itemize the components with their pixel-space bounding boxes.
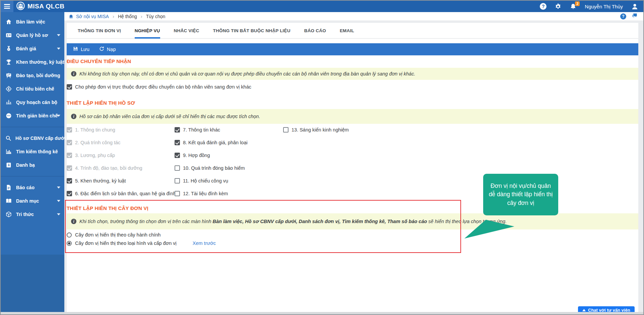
radio-icon[interactable] — [67, 232, 72, 238]
checkbox-label: Cho phép đơn vị trực thuộc được điều chu… — [75, 84, 251, 90]
search-icon — [5, 135, 12, 142]
profile-item-4: 4. Trình độ, đào tạo, bồi dưỡng — [67, 165, 142, 171]
profile-item-12[interactable]: 12. Tài liệu đính kèm — [175, 191, 228, 196]
topbar: MISA QLCB 2 Nguyễn Thị Thủy — [1, 1, 643, 12]
sidebar-item-label: Quản lý hồ sơ — [16, 33, 48, 38]
sidebar-item-home[interactable]: Bàn làm việc — [1, 15, 64, 29]
checkbox-icon[interactable] — [67, 191, 72, 196]
help-circle-icon[interactable] — [620, 13, 626, 19]
checkbox-label: 3. Lương, phụ cấp — [75, 153, 115, 158]
tab-4[interactable]: BÁO CÁO — [304, 23, 326, 39]
sidebar-item-label: Đánh giá — [16, 46, 36, 51]
cube-icon — [5, 211, 12, 218]
transfer-option[interactable]: Cho phép đơn vị trực thuộc được điều chu… — [67, 84, 251, 90]
bar-chart-icon — [5, 148, 12, 155]
breadcrumb: Sở nội vụ MISA ›Hệ thống›Tùy chọn — [64, 12, 643, 20]
checkbox-icon[interactable] — [175, 140, 180, 145]
checkbox-label: 1. Thông tin chung — [75, 127, 115, 133]
sidebar-item-book[interactable]: Danh mục — [1, 194, 64, 208]
easel-icon — [5, 72, 12, 79]
feedback-chat-icon[interactable] — [631, 12, 638, 20]
profile-item-10[interactable]: 10. Quá trình đóng bảo hiểm — [175, 165, 245, 171]
breadcrumb-item[interactable]: Tùy chọn — [146, 14, 166, 19]
tab-2[interactable]: NHẮC VIỆC — [174, 23, 199, 39]
profile-item-11[interactable]: 11. Hộ chiếu công vụ — [175, 178, 228, 183]
sidebar-item-ellipsis[interactable]: Tinh giản biên chế — [1, 109, 64, 122]
misa-logo-icon — [16, 1, 25, 12]
checkbox-label: 12. Tài liệu đính kèm — [183, 191, 228, 196]
checkbox-label: 11. Hộ chiếu công vụ — [183, 178, 228, 183]
section-title-tree-display: THIẾT LẬP HIỂN THỊ CÂY ĐƠN VỊ — [67, 205, 148, 211]
sidebar-item-label: Tinh giản biên chế — [16, 113, 58, 118]
checkbox-icon[interactable] — [175, 153, 180, 158]
tab-0[interactable]: THÔNG TIN ĐƠN VỊ — [78, 23, 121, 39]
save-button[interactable]: Lưu — [73, 46, 89, 53]
people-icon — [5, 99, 12, 106]
sidebar-item-id-card[interactable]: Quản lý hồ sơ — [1, 29, 64, 42]
tree-option-1[interactable]: Cây đơn vị hiển thị theo cây hành chính — [67, 232, 216, 238]
checkbox-icon[interactable] — [175, 127, 180, 133]
profile-item-9[interactable]: 9. Hợp đồng — [175, 153, 210, 158]
checkbox-icon[interactable] — [283, 127, 288, 133]
checkbox-icon[interactable] — [175, 178, 180, 183]
checkbox-icon — [67, 140, 72, 145]
save-label: Lưu — [81, 47, 89, 52]
notification-bell-icon[interactable]: 2 — [570, 3, 577, 10]
chevron-down-icon — [57, 187, 60, 189]
reload-button[interactable]: Nạp — [99, 46, 116, 53]
tab-3[interactable]: THÔNG TIN BẮT BUỘC NHẬP LIỆU — [213, 23, 291, 39]
checkbox-label: 9. Hợp đồng — [183, 153, 210, 158]
target-icon — [5, 86, 12, 92]
sidebar-item-cube[interactable]: Tri thức — [1, 208, 64, 221]
sidebar-item-label: Tìm kiếm thống kê — [16, 149, 58, 154]
sidebar-item-easel[interactable]: Đào tạo, bồi dưỡng — [1, 69, 64, 82]
sidebar-item-report[interactable]: Báo cáo — [1, 181, 64, 194]
gear-icon[interactable] — [555, 3, 562, 10]
profile-item-7[interactable]: 7. Thông tin khác — [175, 127, 220, 133]
hamburger-menu-icon[interactable] — [1, 1, 13, 12]
profile-item-13[interactable]: 13. Sáng kiến kinh nghiệm — [283, 127, 349, 133]
chevron-down-icon — [57, 48, 60, 50]
breadcrumb-item[interactable]: Hệ thống — [118, 14, 137, 19]
sidebar-item-target[interactable]: Chỉ tiêu biên chế — [1, 82, 64, 96]
avatar-icon[interactable] — [631, 3, 639, 10]
checkbox-icon[interactable] — [67, 178, 72, 183]
profile-item-3: 3. Lương, phụ cấp — [67, 153, 115, 158]
tab-bar: THÔNG TIN ĐƠN VỊNGHIỆP VỤNHẮC VIỆCTHÔNG … — [67, 23, 638, 39]
sidebar-footer — [1, 255, 64, 314]
sidebar-item-people[interactable]: Quy hoạch cán bộ — [1, 96, 64, 109]
user-name[interactable]: Nguyễn Thị Thủy — [585, 4, 623, 9]
checkbox-icon — [67, 165, 72, 171]
checkbox-icon[interactable] — [67, 84, 72, 90]
radio-label: Cây đơn vị hiển thị theo cây hành chính — [75, 232, 160, 238]
tab-5[interactable]: EMAIL — [340, 23, 354, 39]
report-icon — [5, 184, 12, 191]
sidebar-item-label: Đào tạo, bồi dưỡng — [16, 73, 60, 78]
sidebar-item-address-book[interactable]: Danh bạ — [1, 158, 64, 172]
checkbox-icon[interactable] — [175, 165, 180, 171]
profile-item-1: 1. Thông tin chung — [67, 127, 115, 133]
profile-item-6[interactable]: 6. Đặc điểm lịch sử bản thân, quan hệ gi… — [67, 191, 176, 196]
profile-item-5[interactable]: 5. Khen thưởng, kỷ luật — [67, 178, 126, 183]
sidebar-item-medal[interactable]: 1Đánh giá — [1, 42, 64, 55]
checkbox-label: 13. Sáng kiến kinh nghiệm — [292, 127, 349, 133]
sidebar-item-bar-chart[interactable]: Tìm kiếm thống kê — [1, 145, 64, 158]
radio-icon[interactable] — [67, 241, 72, 246]
sidebar-item-label: Báo cáo — [16, 185, 35, 190]
checkbox-icon[interactable] — [175, 191, 180, 196]
help-icon[interactable] — [540, 3, 546, 10]
tab-1[interactable]: NGHIỆP VỤ — [135, 23, 160, 39]
home-icon[interactable] — [68, 14, 74, 19]
sidebar-item-search[interactable]: Hồ sơ CBNV cấp dưới — [1, 132, 64, 145]
checkbox-label: 8. Kết quả đánh giá, phân loại — [183, 140, 248, 145]
callout-tooltip: Đơn vị nội vụ/chủ quản dễ dàng thiết lập… — [483, 174, 558, 215]
tree-option-2[interactable]: Cây đơn vị hiển thị theo loại hình và cấ… — [67, 241, 216, 246]
preview-link[interactable]: Xem trước — [193, 241, 216, 246]
profile-item-8[interactable]: 8. Kết quả đánh giá, phân loại — [175, 140, 248, 145]
sidebar: Bàn làm việcQuản lý hồ sơ1Đánh giáKhen t… — [1, 12, 64, 314]
sidebar-item-trophy[interactable]: Khen thưởng, kỷ luật — [1, 55, 64, 69]
reload-label: Nạp — [107, 47, 116, 52]
svg-text:1: 1 — [8, 48, 9, 51]
sidebar-menu: Bàn làm việcQuản lý hồ sơ1Đánh giáKhen t… — [1, 12, 64, 221]
breadcrumb-root[interactable]: Sở nội vụ MISA — [76, 14, 109, 19]
